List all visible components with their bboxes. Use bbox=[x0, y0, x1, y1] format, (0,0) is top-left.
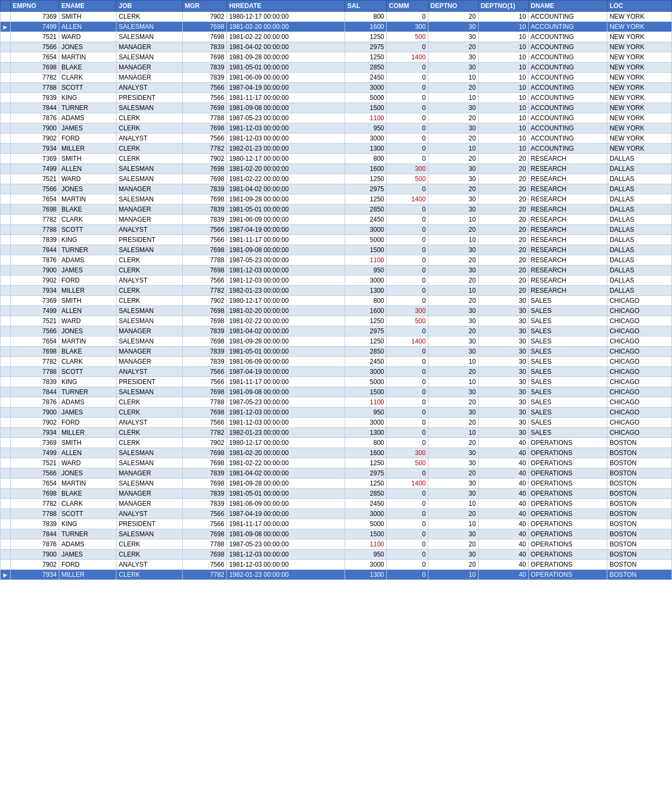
cell-empno: 7521 bbox=[10, 458, 59, 468]
table-row[interactable]: 7902FORDANALYST75661981-12-03 00:00:0030… bbox=[1, 276, 672, 286]
cell-hiredate: 1981-12-03 00:00:00 bbox=[226, 123, 345, 134]
cell-mgr: 7566 bbox=[182, 377, 226, 387]
table-row[interactable]: 7902FORDANALYST75661981-12-03 00:00:0030… bbox=[1, 418, 672, 428]
table-row[interactable]: 7839KINGPRESIDENT75661981-11-17 00:00:00… bbox=[1, 377, 672, 387]
table-row[interactable]: 7698BLAKEMANAGER78391981-05-01 00:00:002… bbox=[1, 62, 672, 73]
table-row[interactable]: 7902FORDANALYST75661981-12-03 00:00:0030… bbox=[1, 134, 672, 144]
table-row[interactable]: 7782CLARKMANAGER78391981-06-09 00:00:002… bbox=[1, 499, 672, 509]
table-row[interactable]: 7900JAMESCLERK76981981-12-03 00:00:00950… bbox=[1, 408, 672, 418]
col-header-loc[interactable]: LOC bbox=[607, 1, 672, 12]
table-row[interactable]: 7654MARTINSALESMAN76981981-09-28 00:00:0… bbox=[1, 52, 672, 62]
table-row[interactable]: 7566JONESMANAGER78391981-04-02 00:00:002… bbox=[1, 42, 672, 52]
cell-sal: 1300 bbox=[345, 570, 387, 580]
table-row[interactable]: 7369SMITHCLERK79021980-12-17 00:00:00800… bbox=[1, 154, 672, 164]
cell-sal: 5000 bbox=[345, 519, 387, 529]
table-row[interactable]: 7698BLAKEMANAGER78391981-05-01 00:00:002… bbox=[1, 205, 672, 215]
table-row[interactable]: 7876ADAMSCLERK77881987-05-23 00:00:00110… bbox=[1, 539, 672, 550]
table-row[interactable]: ▶7499ALLENSALESMAN76981981-02-20 00:00:0… bbox=[1, 22, 672, 32]
col-header-comm[interactable]: COMM bbox=[387, 1, 428, 12]
col-header-sal[interactable]: SAL bbox=[345, 1, 387, 12]
cell-ename: ALLEN bbox=[59, 164, 116, 174]
table-row[interactable]: 7654MARTINSALESMAN76981981-09-28 00:00:0… bbox=[1, 194, 672, 205]
table-row[interactable]: 7521WARDSALESMAN76981981-02-22 00:00:001… bbox=[1, 32, 672, 42]
table-row[interactable]: 7566JONESMANAGER78391981-04-02 00:00:002… bbox=[1, 326, 672, 336]
table-row[interactable]: 7782CLARKMANAGER78391981-06-09 00:00:002… bbox=[1, 73, 672, 83]
table-row[interactable]: 7782CLARKMANAGER78391981-06-09 00:00:002… bbox=[1, 357, 672, 367]
table-row[interactable]: ▶7934MILLERCLERK77821982-01-23 00:00:001… bbox=[1, 570, 672, 580]
cell-loc: BOSTON bbox=[607, 509, 672, 519]
cell-job: MANAGER bbox=[116, 215, 182, 225]
table-row[interactable]: 7900JAMESCLERK76981981-12-03 00:00:00950… bbox=[1, 265, 672, 276]
table-row[interactable]: 7499ALLENSALESMAN76981981-02-20 00:00:00… bbox=[1, 306, 672, 316]
table-row[interactable]: 7369SMITHCLERK79021980-12-17 00:00:00800… bbox=[1, 12, 672, 22]
table-row[interactable]: 7499ALLENSALESMAN76981981-02-20 00:00:00… bbox=[1, 164, 672, 174]
table-row[interactable]: 7844TURNERSALESMAN76981981-09-08 00:00:0… bbox=[1, 529, 672, 539]
table-row[interactable]: 7788SCOTTANALYST75661987-04-19 00:00:003… bbox=[1, 83, 672, 93]
table-row[interactable]: 7902FORDANALYST75661981-12-03 00:00:0030… bbox=[1, 560, 672, 570]
table-row[interactable]: 7876ADAMSCLERK77881987-05-23 00:00:00110… bbox=[1, 255, 672, 265]
table-row[interactable]: 7934MILLERCLERK77821982-01-23 00:00:0013… bbox=[1, 428, 672, 438]
col-header-empno[interactable]: EMPNO bbox=[10, 1, 59, 12]
table-row[interactable]: 7369SMITHCLERK79021980-12-17 00:00:00800… bbox=[1, 438, 672, 448]
col-header-mgr[interactable]: MGR bbox=[182, 1, 226, 12]
table-row[interactable]: 7698BLAKEMANAGER78391981-05-01 00:00:002… bbox=[1, 489, 672, 499]
cell-deptno: 20 bbox=[428, 154, 478, 164]
row-indicator bbox=[1, 489, 11, 499]
table-row[interactable]: 7654MARTINSALESMAN76981981-09-28 00:00:0… bbox=[1, 479, 672, 489]
cell-dname: RESEARCH bbox=[528, 255, 607, 265]
table-row[interactable]: 7934MILLERCLERK77821982-01-23 00:00:0013… bbox=[1, 286, 672, 296]
table-row[interactable]: 7782CLARKMANAGER78391981-06-09 00:00:002… bbox=[1, 215, 672, 225]
cell-dname: OPERATIONS bbox=[528, 489, 607, 499]
col-header-job[interactable]: JOB bbox=[116, 1, 182, 12]
table-row[interactable]: 7521WARDSALESMAN76981981-02-22 00:00:001… bbox=[1, 174, 672, 184]
cell-hiredate: 1981-05-01 00:00:00 bbox=[226, 205, 345, 215]
table-row[interactable]: 7788SCOTTANALYST75661987-04-19 00:00:003… bbox=[1, 367, 672, 377]
cell-mgr: 7698 bbox=[182, 32, 226, 42]
cell-job: ANALYST bbox=[116, 134, 182, 144]
cell-sal: 1500 bbox=[345, 387, 387, 397]
table-row[interactable]: 7654MARTINSALESMAN76981981-09-28 00:00:0… bbox=[1, 336, 672, 347]
cell-empno: 7902 bbox=[10, 276, 59, 286]
table-row[interactable]: 7876ADAMSCLERK77881987-05-23 00:00:00110… bbox=[1, 397, 672, 408]
cell-deptno: 20 bbox=[428, 276, 478, 286]
cell-hiredate: 1981-09-28 00:00:00 bbox=[226, 52, 345, 62]
cell-hiredate: 1981-04-02 00:00:00 bbox=[226, 184, 345, 194]
col-header-deptno1[interactable]: DEPTNO(1) bbox=[478, 1, 528, 12]
table-row[interactable]: 7844TURNERSALESMAN76981981-09-08 00:00:0… bbox=[1, 387, 672, 397]
col-header-ename[interactable]: ENAME bbox=[59, 1, 116, 12]
table-row[interactable]: 7839KINGPRESIDENT75661981-11-17 00:00:00… bbox=[1, 93, 672, 103]
cell-job: ANALYST bbox=[116, 225, 182, 235]
table-row[interactable]: 7788SCOTTANALYST75661987-04-19 00:00:003… bbox=[1, 509, 672, 519]
table-row[interactable]: 7566JONESMANAGER78391981-04-02 00:00:002… bbox=[1, 184, 672, 194]
table-row[interactable]: 7900JAMESCLERK76981981-12-03 00:00:00950… bbox=[1, 123, 672, 134]
table-row[interactable]: 7839KINGPRESIDENT75661981-11-17 00:00:00… bbox=[1, 519, 672, 529]
table-row[interactable]: 7839KINGPRESIDENT75661981-11-17 00:00:00… bbox=[1, 235, 672, 245]
table-row[interactable]: 7844TURNERSALESMAN76981981-09-08 00:00:0… bbox=[1, 103, 672, 113]
cell-hiredate: 1981-06-09 00:00:00 bbox=[226, 73, 345, 83]
table-row[interactable]: 7698BLAKEMANAGER78391981-05-01 00:00:002… bbox=[1, 347, 672, 357]
table-row[interactable]: 7369SMITHCLERK79021980-12-17 00:00:00800… bbox=[1, 296, 672, 306]
table-row[interactable]: 7788SCOTTANALYST75661987-04-19 00:00:003… bbox=[1, 225, 672, 235]
cell-empno: 7902 bbox=[10, 560, 59, 570]
table-row[interactable]: 7844TURNERSALESMAN76981981-09-08 00:00:0… bbox=[1, 245, 672, 255]
cell-hiredate: 1981-06-09 00:00:00 bbox=[226, 499, 345, 509]
table-row[interactable]: 7566JONESMANAGER78391981-04-02 00:00:002… bbox=[1, 468, 672, 479]
cell-empno: 7654 bbox=[10, 194, 59, 205]
col-header-hiredate[interactable]: HIREDATE bbox=[226, 1, 345, 12]
table-row[interactable]: 7521WARDSALESMAN76981981-02-22 00:00:001… bbox=[1, 458, 672, 468]
cell-empno: 7839 bbox=[10, 235, 59, 245]
col-header-dname[interactable]: DNAME bbox=[528, 1, 607, 12]
table-row[interactable]: 7521WARDSALESMAN76981981-02-22 00:00:001… bbox=[1, 316, 672, 326]
table-row[interactable]: 7900JAMESCLERK76981981-12-03 00:00:00950… bbox=[1, 550, 672, 560]
cell-hiredate: 1981-02-22 00:00:00 bbox=[226, 458, 345, 468]
table-row[interactable]: 7934MILLERCLERK77821982-01-23 00:00:0013… bbox=[1, 144, 672, 154]
cell-deptno: 30 bbox=[428, 448, 478, 458]
col-header-deptno[interactable]: DEPTNO bbox=[428, 1, 478, 12]
row-indicator bbox=[1, 509, 11, 519]
cell-empno: 7698 bbox=[10, 347, 59, 357]
cell-deptno: 30 bbox=[428, 52, 478, 62]
table-row[interactable]: 7876ADAMSCLERK77881987-05-23 00:00:00110… bbox=[1, 113, 672, 123]
cell-empno: 7369 bbox=[10, 12, 59, 22]
table-row[interactable]: 7499ALLENSALESMAN76981981-02-20 00:00:00… bbox=[1, 448, 672, 458]
cell-job: CLERK bbox=[116, 296, 182, 306]
